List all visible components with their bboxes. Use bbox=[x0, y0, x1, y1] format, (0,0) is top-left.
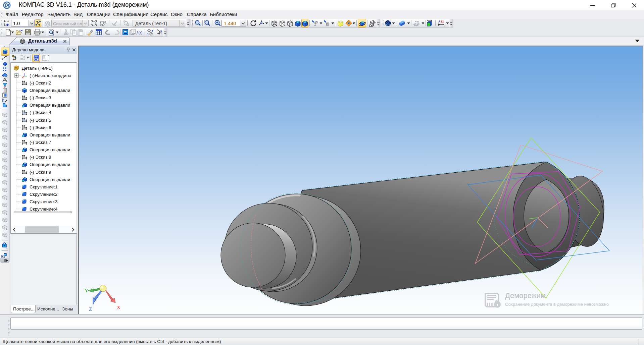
svg-text:1: 1 bbox=[148, 29, 150, 32]
svg-text:A: A bbox=[438, 20, 441, 23]
svg-text:±1: ±1 bbox=[441, 20, 444, 23]
svg-text:2: 2 bbox=[150, 33, 152, 36]
svg-text:(x): (x) bbox=[138, 31, 142, 35]
svg-text:?: ? bbox=[160, 30, 162, 35]
